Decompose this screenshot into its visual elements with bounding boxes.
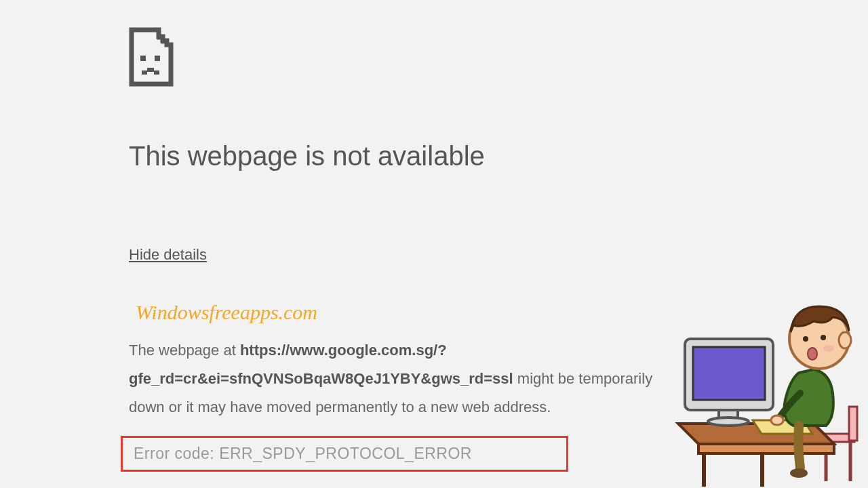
svg-rect-2 [142, 70, 147, 75]
error-code-highlight: Error code: ERR_SPDY_PROTOCOL_ERROR [121, 436, 568, 472]
error-code: Error code: ERR_SPDY_PROTOCOL_ERROR [134, 445, 555, 463]
watermark-text: Windowsfreeapps.com [136, 301, 705, 324]
svg-rect-3 [147, 68, 154, 72]
svg-rect-0 [140, 56, 146, 61]
sad-page-icon [129, 27, 174, 87]
svg-point-17 [790, 468, 808, 478]
svg-point-23 [823, 345, 834, 352]
svg-rect-6 [849, 407, 857, 441]
hide-details-link[interactable]: Hide details [129, 246, 207, 264]
svg-rect-13 [693, 347, 765, 400]
svg-point-22 [808, 348, 817, 360]
cartoon-illustration [658, 298, 868, 488]
svg-rect-9 [698, 444, 834, 453]
details-prefix: The webpage at [129, 342, 240, 359]
page-title: This webpage is not available [129, 141, 705, 171]
svg-point-15 [708, 418, 749, 426]
error-details: The webpage at https://www.google.com.sg… [129, 336, 685, 421]
svg-point-21 [821, 335, 826, 340]
svg-point-19 [839, 332, 851, 348]
svg-point-16 [771, 415, 783, 425]
svg-rect-4 [154, 70, 159, 75]
svg-point-20 [803, 336, 808, 342]
svg-rect-1 [155, 56, 160, 61]
